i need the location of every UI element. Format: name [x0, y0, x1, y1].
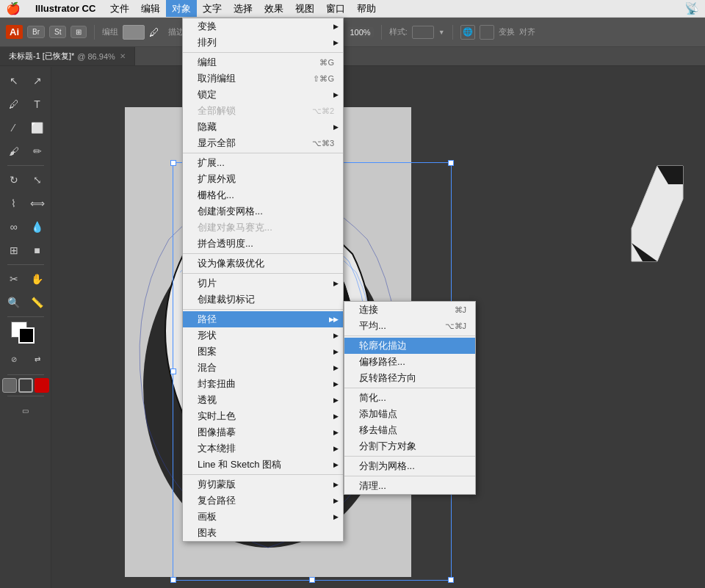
menu-ungroup[interactable]: 取消编组 ⇧⌘G [183, 70, 343, 87]
path-reverse[interactable]: 反转路径方向 [344, 370, 475, 386]
menu-path[interactable]: 路径 ▶ [183, 311, 343, 327]
path-sep-4 [344, 476, 475, 476]
menu-pattern[interactable]: 图案 [183, 344, 343, 360]
dropdown-overlay: 变换 排列 编组 ⌘G 取消编组 ⇧⌘G 锁定 全部解锁 ⌥⌘2 隐藏 显示全部… [0, 0, 705, 588]
menu-slice[interactable]: 切片 [183, 275, 343, 291]
menu-expand[interactable]: 扩展... [183, 155, 343, 171]
menu-flatten-transparency[interactable]: 拼合透明度... [183, 236, 343, 252]
path-add-anchor[interactable]: 添加锚点 [344, 406, 475, 422]
menu-create-mosaic: 创建对象马赛克... [183, 219, 343, 236]
path-join[interactable]: 连接 ⌘J [344, 302, 475, 318]
menu-line-sketch[interactable]: Line 和 Sketch 图稿 [183, 457, 343, 473]
menu-envelope-distort[interactable]: 封套扭曲 [183, 376, 343, 392]
menu-unlock-all: 全部解锁 ⌥⌘2 [183, 103, 343, 119]
menu-blend[interactable]: 混合 [183, 360, 343, 376]
menu-group[interactable]: 编组 ⌘G [183, 54, 343, 70]
menu-chart[interactable]: 图表 [183, 525, 343, 541]
menu-expand-appearance[interactable]: 扩展外观 [183, 171, 343, 187]
menu-arrange[interactable]: 排列 [183, 35, 343, 51]
menu-shape[interactable]: 形状 [183, 327, 343, 344]
menu-perspective[interactable]: 透视 [183, 392, 343, 408]
path-sep-2 [344, 388, 475, 388]
menu-live-paint[interactable]: 实时上色 [183, 408, 343, 424]
path-average[interactable]: 平均... ⌥⌘J [344, 318, 475, 334]
menu-create-trim-marks[interactable]: 创建裁切标记 [183, 291, 343, 308]
menu-text-wrap[interactable]: 文本绕排 [183, 440, 343, 457]
path-cleanup[interactable]: 清理... [344, 478, 475, 494]
menu-image-trace[interactable]: 图像描摹 [183, 424, 343, 440]
menu-transform[interactable]: 变换 [183, 18, 343, 35]
path-outline-stroke[interactable]: 轮廓化描边 [344, 338, 475, 354]
path-remove-anchor[interactable]: 移去锚点 [344, 422, 475, 438]
sep-2 [183, 153, 343, 153]
sep-3 [183, 253, 343, 254]
menu-rasterize[interactable]: 栅格化... [183, 187, 343, 203]
sep-6 [183, 474, 343, 475]
menu-lock[interactable]: 锁定 [183, 87, 343, 103]
path-sep-3 [344, 456, 475, 457]
path-split-grid[interactable]: 分割为网格... [344, 458, 475, 474]
menu-compound-path[interactable]: 复合路径 [183, 493, 343, 509]
path-simplify[interactable]: 简化... [344, 390, 475, 406]
menu-hide[interactable]: 隐藏 [183, 119, 343, 135]
menu-show-all[interactable]: 显示全部 ⌥⌘3 [183, 135, 343, 151]
menu-clipping-mask[interactable]: 剪切蒙版 [183, 476, 343, 493]
path-sep-1 [344, 335, 475, 336]
path-divide-below[interactable]: 分割下方对象 [344, 438, 475, 454]
sep-1 [183, 52, 343, 53]
main-menu: 变换 排列 编组 ⌘G 取消编组 ⇧⌘G 锁定 全部解锁 ⌥⌘2 隐藏 显示全部… [182, 18, 344, 542]
sep-4 [183, 273, 343, 274]
menu-artboard[interactable]: 画板 [183, 509, 343, 525]
sep-5 [183, 309, 343, 310]
menu-create-gradient-mesh[interactable]: 创建渐变网格... [183, 203, 343, 219]
menu-pixel-optimize[interactable]: 设为像素级优化 [183, 255, 343, 272]
path-offset[interactable]: 偏移路径... [344, 354, 475, 370]
path-submenu: 连接 ⌘J 平均... ⌥⌘J 轮廓化描边 偏移路径... 反转路径方向 简化.… [344, 301, 476, 495]
